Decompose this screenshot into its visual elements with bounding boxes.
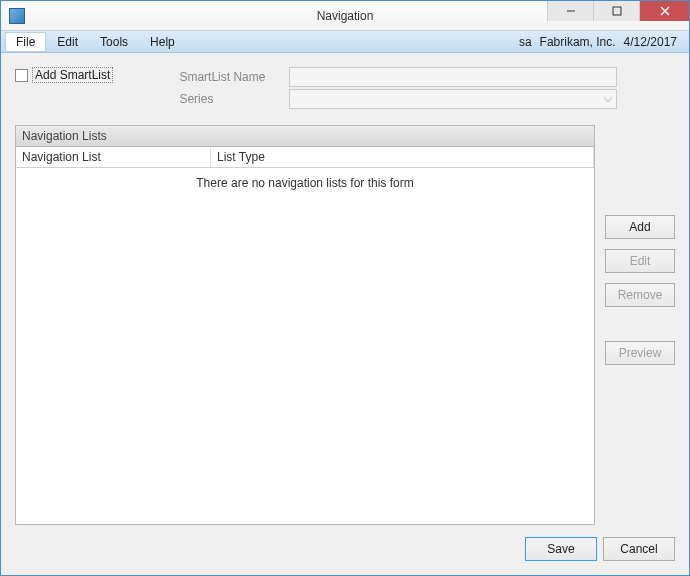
- close-icon: [660, 6, 670, 16]
- empty-message: There are no navigation lists for this f…: [16, 168, 594, 190]
- mid-section: Navigation Lists Navigation List List Ty…: [15, 125, 675, 525]
- menu-tools[interactable]: Tools: [89, 32, 139, 52]
- series-select: [289, 89, 617, 109]
- smartlist-name-label: SmartList Name: [179, 70, 289, 84]
- table-header: Navigation List List Type: [16, 147, 594, 168]
- smartlist-name-row: SmartList Name: [179, 67, 617, 87]
- side-buttons: Add Edit Remove Preview: [605, 125, 675, 525]
- minimize-button[interactable]: [547, 1, 593, 21]
- status-user: sa: [519, 35, 532, 49]
- column-navigation-list[interactable]: Navigation List: [16, 147, 211, 167]
- menu-help[interactable]: Help: [139, 32, 186, 52]
- content-area: Add SmartList SmartList Name Series: [1, 53, 689, 575]
- navigation-window: Navigation File Edit Tools Help sa Fabri…: [0, 0, 690, 576]
- remove-button: Remove: [605, 283, 675, 307]
- form-fields: SmartList Name Series: [179, 67, 617, 109]
- menubar: File Edit Tools Help sa Fabrikam, Inc. 4…: [1, 31, 689, 53]
- window-controls: [547, 1, 689, 30]
- table-body: There are no navigation lists for this f…: [16, 168, 594, 524]
- maximize-icon: [612, 6, 622, 16]
- menu-file[interactable]: File: [5, 32, 46, 52]
- bottom-bar: Save Cancel: [15, 525, 675, 561]
- preview-button: Preview: [605, 341, 675, 365]
- minimize-icon: [566, 6, 576, 16]
- titlebar: Navigation: [1, 1, 689, 31]
- column-list-type[interactable]: List Type: [211, 147, 594, 167]
- edit-button: Edit: [605, 249, 675, 273]
- maximize-button[interactable]: [593, 1, 639, 21]
- chevron-down-icon: [604, 92, 612, 106]
- add-smartlist-checkbox[interactable]: [15, 69, 28, 82]
- series-label: Series: [179, 92, 289, 106]
- add-button[interactable]: Add: [605, 215, 675, 239]
- save-button[interactable]: Save: [525, 537, 597, 561]
- add-smartlist-label: Add SmartList: [32, 67, 113, 83]
- svg-rect-1: [613, 7, 621, 15]
- spacer: [605, 317, 675, 331]
- add-smartlist-checkbox-wrap: Add SmartList: [15, 67, 113, 83]
- menu-edit[interactable]: Edit: [46, 32, 89, 52]
- close-button[interactable]: [639, 1, 689, 21]
- status-date: 4/12/2017: [624, 35, 677, 49]
- window-title: Navigation: [317, 9, 374, 23]
- menubar-status: sa Fabrikam, Inc. 4/12/2017: [519, 35, 685, 49]
- smartlist-name-input: [289, 67, 617, 87]
- status-company: Fabrikam, Inc.: [540, 35, 616, 49]
- series-row: Series: [179, 89, 617, 109]
- panel-title: Navigation Lists: [16, 126, 594, 147]
- app-icon: [9, 8, 25, 24]
- navigation-lists-panel: Navigation Lists Navigation List List Ty…: [15, 125, 595, 525]
- top-section: Add SmartList SmartList Name Series: [15, 67, 675, 109]
- cancel-button[interactable]: Cancel: [603, 537, 675, 561]
